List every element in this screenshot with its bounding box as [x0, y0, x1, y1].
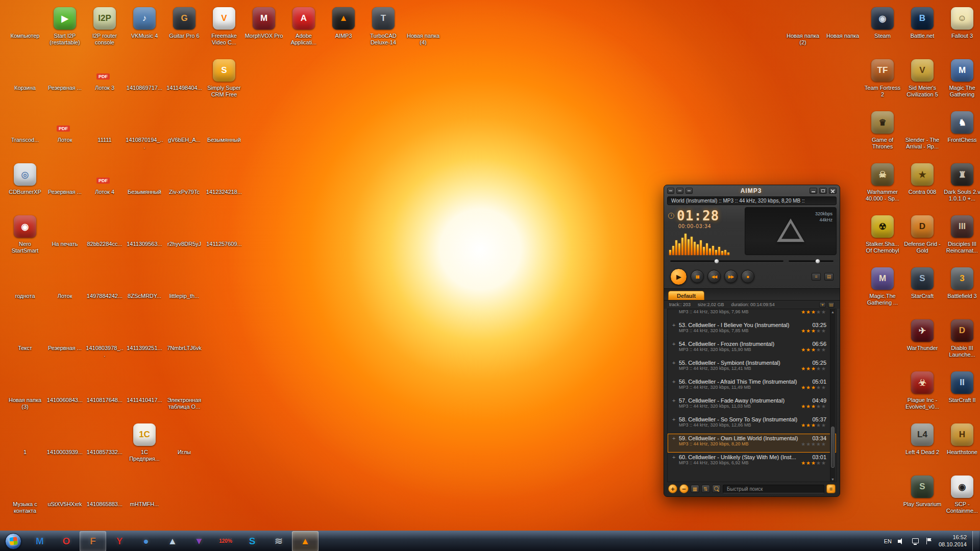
- playlist-track-row[interactable]: + 53. Celldweller - I Believe You (Instr…: [668, 320, 836, 339]
- desktop-icon[interactable]: L4 Left 4 Dead 2: [902, 420, 942, 470]
- desktop-icon[interactable]: B Battle.net: [902, 4, 942, 54]
- expand-track-icon[interactable]: +: [672, 397, 677, 404]
- desktop-icon[interactable]: ☢ Stalker.Sha... Of Chernobyl: [863, 212, 902, 262]
- taskbar-app-button[interactable]: O: [53, 531, 80, 551]
- taskbar-app-button[interactable]: S: [239, 531, 265, 551]
- track-rating[interactable]: ★★★★★: [801, 347, 826, 353]
- maximize-button[interactable]: [819, 188, 827, 194]
- desktop-icon[interactable]: ◉ SCP - Containme...: [942, 472, 980, 522]
- expand-track-icon[interactable]: +: [672, 435, 677, 441]
- playlist-track-row[interactable]: + 58. Celldweller - So Sorry To Say (Ins…: [668, 415, 836, 434]
- playlist-tab-default[interactable]: Default: [668, 291, 704, 300]
- remove-track-button[interactable]: −: [679, 484, 689, 493]
- collapse-groups-icon[interactable]: ▾: [819, 302, 826, 308]
- desktop-icon[interactable]: M Magic The Gathering: [942, 56, 980, 106]
- taskbar-app-button[interactable]: F: [80, 531, 106, 551]
- desktop-icon[interactable]: ☠ Warhammer 40.000 - Sp...: [863, 160, 902, 210]
- desktop-icon[interactable]: Новая папка: [823, 4, 863, 54]
- expand-track-icon[interactable]: +: [672, 309, 677, 309]
- desktop-icon[interactable]: ♛ Game of Thrones: [863, 108, 902, 158]
- volume-slider[interactable]: [789, 260, 834, 262]
- pause-button[interactable]: ▮▮: [691, 270, 704, 283]
- taskbar-app-button[interactable]: ▲: [159, 531, 186, 551]
- aimp-titlebar[interactable]: AIMP3: [664, 185, 840, 196]
- play-button[interactable]: ▶: [670, 268, 687, 285]
- desktop-icon[interactable]: III Disciples III Reincarnat...: [942, 212, 980, 262]
- desktop-icon[interactable]: ♞ FrontChess: [942, 108, 980, 158]
- taskbar-app-button[interactable]: Y: [106, 531, 133, 551]
- visualization-icon[interactable]: [685, 188, 693, 194]
- network-icon[interactable]: [911, 538, 919, 545]
- show-desktop-button[interactable]: [972, 531, 979, 551]
- taskbar-app-button[interactable]: ≋: [265, 531, 292, 551]
- playlist-track-row[interactable]: + 55. Celldweller - Symbiont (Instrument…: [668, 358, 836, 377]
- expand-track-icon[interactable]: +: [672, 454, 677, 460]
- taskbar-app-button[interactable]: ●: [133, 531, 159, 551]
- equalizer-icon[interactable]: [676, 188, 683, 194]
- menu-icon[interactable]: [667, 188, 674, 194]
- desktop-icon[interactable]: H Hearthstone: [942, 420, 980, 470]
- scroll-down-icon[interactable]: ▼: [830, 477, 835, 482]
- language-indicator[interactable]: EN: [884, 538, 892, 544]
- volume-knob[interactable]: [815, 259, 820, 264]
- desktop-icon[interactable]: 3 Battlefield 3: [942, 264, 980, 314]
- action-center-icon[interactable]: [925, 538, 933, 545]
- playlist-menu-button[interactable]: ≡: [826, 484, 836, 493]
- playlist-track-row[interactable]: + 59. Celldweller - Own Little World (In…: [668, 434, 836, 453]
- previous-button[interactable]: ◀◀: [707, 270, 721, 283]
- desktop-icon[interactable]: ☣ Plague Inc - Evolved_v0...: [902, 368, 942, 418]
- scroll-up-icon[interactable]: ▲: [830, 309, 835, 314]
- expand-track-icon[interactable]: +: [672, 360, 677, 366]
- desktop-icon[interactable]: Новая папка (2): [783, 4, 823, 54]
- seek-knob[interactable]: [714, 259, 719, 264]
- desktop-icon[interactable]: D Diablo III Launche...: [942, 316, 980, 366]
- expand-track-icon[interactable]: +: [672, 341, 677, 347]
- volume-icon[interactable]: [897, 538, 905, 545]
- track-rating[interactable]: ★★★★★: [801, 460, 826, 466]
- search-icon[interactable]: [712, 485, 721, 493]
- desktop-icon[interactable]: M Magic.The Gathering ...: [863, 264, 902, 314]
- track-rating[interactable]: ★★★★★: [801, 328, 826, 334]
- add-track-button[interactable]: +: [668, 484, 677, 493]
- expand-track-icon[interactable]: +: [672, 322, 677, 328]
- playlist-track-row[interactable]: + 56. Celldweller - Afraid This Time (In…: [668, 377, 836, 396]
- taskbar-app-button[interactable]: M: [27, 531, 53, 551]
- taskbar-app-button[interactable]: ▲: [292, 531, 318, 551]
- track-rating[interactable]: ★★★★★: [801, 309, 826, 315]
- playlist-scrollbar[interactable]: ▲ ▼: [830, 309, 835, 482]
- desktop-icon[interactable]: ✈ WarThunder: [902, 316, 942, 366]
- start-button[interactable]: [0, 531, 27, 551]
- desktop-icon[interactable]: ★ Contra 008: [902, 160, 942, 210]
- desktop-icon[interactable]: ♜ Dark Souls 2.v 1.0.1.0 +...: [942, 160, 980, 210]
- playlist-track-row[interactable]: + 60. Celldweller - Unlikely (Stay With …: [668, 453, 836, 471]
- options-button[interactable]: ▤: [824, 273, 834, 281]
- taskbar-app-button[interactable]: 120%: [212, 531, 239, 551]
- playlist-track-row[interactable]: + 52. Celldweller - Under My Feet (Instr…: [668, 309, 836, 320]
- minimize-button[interactable]: [810, 188, 817, 194]
- desktop-icon[interactable]: S Play Survarium: [902, 472, 942, 522]
- stop-button[interactable]: ■: [741, 270, 754, 283]
- quick-search-input[interactable]: [723, 485, 824, 493]
- tray-clock[interactable]: 16:52 08.10.2014: [939, 534, 967, 548]
- taskbar-app-button[interactable]: ▼: [186, 531, 212, 551]
- track-rating[interactable]: ★★★★★: [801, 404, 826, 410]
- sort-button[interactable]: ⇅: [701, 485, 710, 493]
- track-rating[interactable]: ★★★★★: [801, 422, 826, 429]
- playlist-track-row[interactable]: + 54. Celldweller - Frozen (Instrumental…: [668, 339, 836, 358]
- track-rating[interactable]: ★★★★★: [801, 366, 826, 372]
- close-button[interactable]: [829, 188, 837, 194]
- desktop-icon[interactable]: ☺ Fallout 3: [942, 4, 980, 54]
- next-button[interactable]: ▶▶: [724, 270, 738, 283]
- view-mode-icon[interactable]: ▤: [828, 302, 835, 308]
- desktop-icon[interactable]: II StarCraft II: [942, 368, 980, 418]
- expand-track-icon[interactable]: +: [672, 416, 677, 422]
- desktop-icon[interactable]: Slender - The Arrival - Яр...: [902, 108, 942, 158]
- desktop-icon[interactable]: S StarCraft: [902, 264, 942, 314]
- playlist-manager-button[interactable]: ▦: [691, 485, 699, 493]
- track-rating[interactable]: ★★★★★: [801, 385, 826, 391]
- desktop-icon[interactable]: TF Team Fortress 2: [863, 56, 902, 106]
- playlist-track-row[interactable]: + 57. Celldweller - Fade Away (Instrumen…: [668, 396, 836, 415]
- expand-track-icon[interactable]: +: [672, 379, 677, 385]
- desktop-icon[interactable]: V Sid Meier's Civilization 5: [902, 56, 942, 106]
- scrollbar-thumb[interactable]: [831, 427, 835, 468]
